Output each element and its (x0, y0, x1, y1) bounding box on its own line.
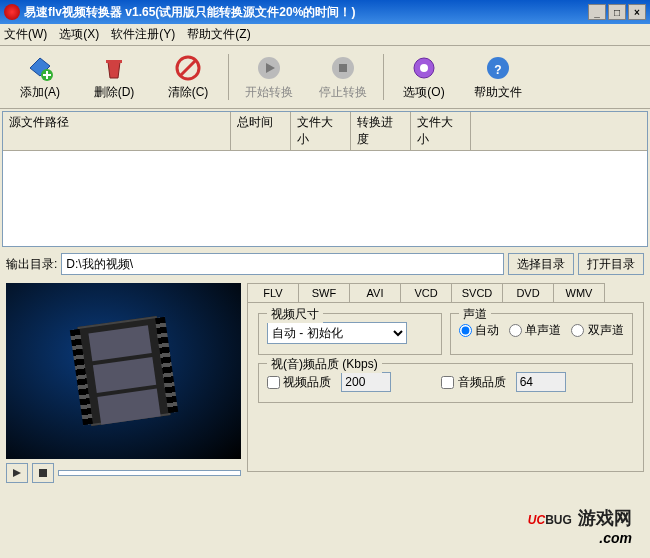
video-size-label: 视频尺寸 (267, 306, 323, 323)
preview-image (6, 283, 241, 459)
output-path-input[interactable] (61, 253, 504, 275)
help-icon: ? (484, 54, 512, 82)
delete-icon (100, 54, 128, 82)
menu-help[interactable]: 帮助文件(Z) (187, 26, 250, 43)
seek-bar[interactable] (58, 470, 241, 476)
svg-rect-2 (106, 60, 122, 63)
quality-label: 视(音)频品质 (Kbps) (267, 356, 382, 373)
maximize-button[interactable]: □ (608, 4, 626, 20)
tab-wmv[interactable]: WMV (553, 283, 605, 302)
minimize-button[interactable]: _ (588, 4, 606, 20)
stop-icon (329, 54, 357, 82)
preview-panel (6, 283, 241, 459)
tab-swf[interactable]: SWF (298, 283, 350, 302)
tab-dvd[interactable]: DVD (502, 283, 554, 302)
stop-preview-button[interactable] (32, 463, 54, 483)
menu-option[interactable]: 选项(X) (59, 26, 99, 43)
clear-button[interactable]: 清除(C) (152, 50, 224, 104)
audio-quality-input[interactable] (516, 372, 566, 392)
channel-group: 声道 自动 单声道 双声道 (450, 313, 634, 355)
window-title: 易速flv视频转换器 v1.65(试用版只能转换源文件20%的时间！) (24, 4, 588, 21)
col-progress[interactable]: 转换进度 (351, 112, 411, 150)
toolbar: 添加(A) 删除(D) 清除(C) 开始转换 停止转换 选项(O) ? 帮助文件 (0, 46, 650, 109)
start-button[interactable]: 开始转换 (233, 50, 305, 104)
video-quality-check[interactable]: 视频品质 (267, 374, 331, 391)
watermark: UCBUG 游戏网 .com (528, 504, 632, 546)
col-outsize[interactable]: 文件大小 (411, 112, 471, 150)
quality-group: 视(音)频品质 (Kbps) 视频品质 音频品质 (258, 363, 633, 403)
toolbar-divider (383, 54, 384, 100)
help-button[interactable]: ? 帮助文件 (462, 50, 534, 104)
format-tabs: FLV SWF AVI VCD SVCD DVD WMV (247, 283, 644, 302)
settings-panel: FLV SWF AVI VCD SVCD DVD WMV 视频尺寸 自动 - 初… (247, 283, 644, 483)
filmstrip-icon (77, 316, 170, 426)
svg-point-10 (420, 64, 428, 72)
tab-flv[interactable]: FLV (247, 283, 299, 302)
audio-quality-check[interactable]: 音频品质 (441, 374, 505, 391)
delete-button[interactable]: 删除(D) (78, 50, 150, 104)
svg-line-4 (181, 61, 195, 75)
file-list[interactable]: 源文件路径 总时间 文件大小 转换进度 文件大小 (2, 111, 648, 247)
video-size-group: 视频尺寸 自动 - 初始化 (258, 313, 442, 355)
svg-text:?: ? (494, 63, 501, 77)
video-quality-input[interactable] (341, 372, 391, 392)
close-button[interactable]: × (628, 4, 646, 20)
col-duration[interactable]: 总时间 (231, 112, 291, 150)
menu-register[interactable]: 软件注册(Y) (111, 26, 175, 43)
channel-mono[interactable]: 单声道 (509, 322, 561, 339)
options-icon (410, 54, 438, 82)
col-path[interactable]: 源文件路径 (3, 112, 231, 150)
list-header: 源文件路径 总时间 文件大小 转换进度 文件大小 (3, 112, 647, 151)
add-button[interactable]: 添加(A) (4, 50, 76, 104)
preview-controls (6, 463, 241, 483)
open-dir-button[interactable]: 打开目录 (578, 253, 644, 275)
play-button[interactable] (6, 463, 28, 483)
svg-marker-13 (13, 469, 21, 477)
channel-stereo[interactable]: 双声道 (571, 322, 623, 339)
toolbar-divider (228, 54, 229, 100)
svg-rect-8 (339, 64, 347, 72)
menubar: 文件(W) 选项(X) 软件注册(Y) 帮助文件(Z) (0, 24, 650, 46)
menu-file[interactable]: 文件(W) (4, 26, 47, 43)
channel-label: 声道 (459, 306, 491, 323)
svg-rect-14 (39, 469, 47, 477)
channel-auto[interactable]: 自动 (459, 322, 499, 339)
tab-svcd[interactable]: SVCD (451, 283, 503, 302)
output-label: 输出目录: (6, 256, 57, 273)
output-row: 输出目录: 选择目录 打开目录 (0, 249, 650, 279)
col-size[interactable]: 文件大小 (291, 112, 351, 150)
clear-icon (174, 54, 202, 82)
options-button[interactable]: 选项(O) (388, 50, 460, 104)
titlebar: 易速flv视频转换器 v1.65(试用版只能转换源文件20%的时间！) _ □ … (0, 0, 650, 24)
choose-dir-button[interactable]: 选择目录 (508, 253, 574, 275)
add-icon (26, 54, 54, 82)
stop-button[interactable]: 停止转换 (307, 50, 379, 104)
tab-vcd[interactable]: VCD (400, 283, 452, 302)
tab-avi[interactable]: AVI (349, 283, 401, 302)
app-icon (4, 4, 20, 20)
start-icon (255, 54, 283, 82)
video-size-select[interactable]: 自动 - 初始化 (267, 322, 407, 344)
